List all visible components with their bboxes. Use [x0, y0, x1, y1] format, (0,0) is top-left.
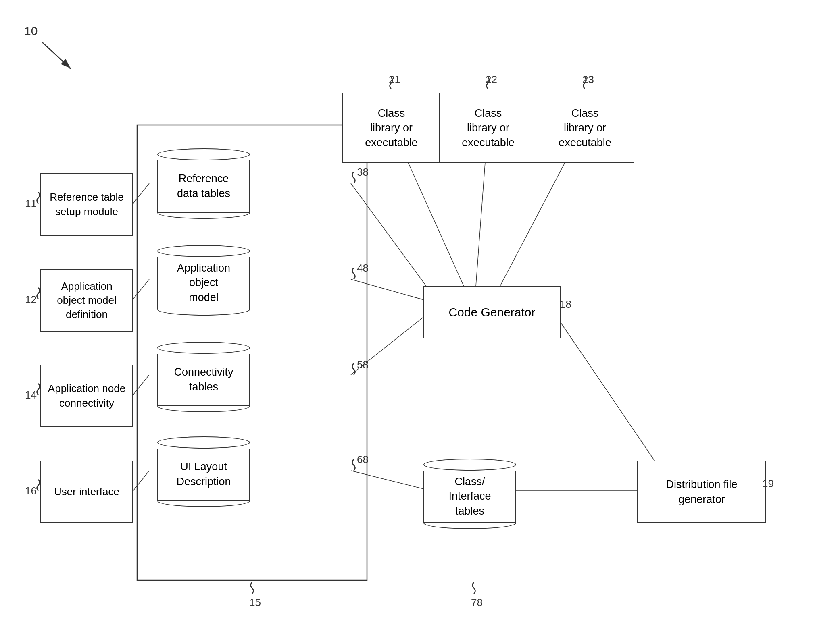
diagram-container: 10 Reference table setup module 11 Appli… [0, 0, 840, 623]
class-lib-3-label: Class library or executable [559, 106, 611, 150]
ui-layout-desc-cylinder: UI Layout Description [157, 433, 250, 510]
label-58: 58 [357, 359, 369, 371]
label-15: 15 [249, 596, 261, 609]
class-lib-2-label: Class library or executable [462, 106, 515, 150]
connectivity-tables-cylinder: Connectivity tables [157, 338, 250, 415]
label-21: 21 [389, 73, 400, 86]
app-obj-model-db-cylinder: Application object model [157, 242, 250, 318]
svg-line-2 [42, 42, 71, 69]
ui-layout-desc-label: UI Layout Description [176, 459, 231, 489]
label-16: 16 [25, 485, 37, 497]
app-node-conn-label: Application node connectivity [48, 382, 125, 410]
label-48: 48 [357, 262, 369, 274]
app-obj-model-db-label: Application object model [177, 261, 230, 305]
code-generator-label: Code Generator [448, 304, 535, 321]
user-interface-box: User interface [40, 461, 133, 523]
code-generator-box: Code Generator [423, 286, 561, 338]
class-interface-tables-label: Class/ Interface tables [448, 474, 491, 518]
ref-table-module-label: Reference table setup module [50, 190, 124, 218]
distribution-file-gen-box: Distribution file generator [637, 461, 766, 523]
label-10: 10 [24, 24, 38, 38]
class-lib-1-box: Class library or executable [342, 93, 441, 163]
svg-line-14 [561, 322, 661, 471]
label-38: 38 [357, 166, 369, 179]
label-18: 18 [560, 298, 571, 311]
class-lib-2-box: Class library or executable [439, 93, 538, 163]
svg-line-4 [133, 279, 149, 299]
label-22: 22 [486, 73, 497, 86]
distribution-file-gen-label: Distribution file generator [666, 477, 737, 507]
svg-line-6 [133, 471, 149, 491]
svg-line-3 [133, 183, 149, 204]
app-obj-model-box: Application object model definition [40, 269, 133, 332]
label-78: 78 [471, 596, 483, 609]
svg-line-10 [351, 471, 431, 491]
label-23: 23 [582, 73, 594, 86]
label-68: 68 [357, 453, 369, 466]
label-11: 11 [25, 197, 37, 210]
svg-line-5 [133, 375, 149, 395]
class-lib-3-box: Class library or executable [536, 93, 634, 163]
user-interface-label: User interface [54, 485, 119, 499]
label-19: 19 [762, 478, 774, 490]
app-node-conn-box: Application node connectivity [40, 365, 133, 427]
ref-data-tables-cylinder: Reference data tables [157, 145, 250, 222]
class-lib-1-label: Class library or executable [365, 106, 418, 150]
connectivity-tables-label: Connectivity tables [174, 365, 233, 394]
class-interface-tables-cylinder: Class/ Interface tables [423, 455, 516, 532]
ref-data-tables-label: Reference data tables [177, 171, 230, 201]
label-12: 12 [25, 293, 37, 306]
label-14: 14 [25, 389, 37, 401]
ref-table-module-box: Reference table setup module [40, 173, 133, 236]
app-obj-model-label: Application object model definition [57, 279, 116, 322]
